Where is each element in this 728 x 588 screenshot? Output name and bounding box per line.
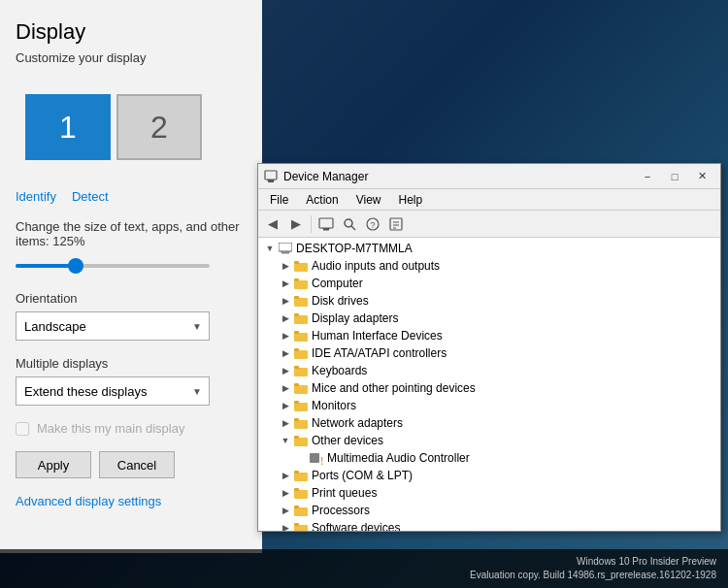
folder-icon: [293, 276, 309, 291]
svg-rect-16: [281, 251, 290, 252]
svg-rect-35: [294, 401, 299, 404]
orientation-select[interactable]: Landscape Portrait Landscape (flipped) P…: [16, 311, 210, 341]
expand-icon: ▶: [278, 293, 293, 309]
maximize-button[interactable]: □: [662, 168, 687, 185]
svg-text:!: !: [320, 456, 323, 465]
toolbar-help[interactable]: ?: [362, 213, 383, 235]
tree-item-label: Network adapters: [312, 416, 403, 430]
svg-rect-32: [294, 385, 308, 394]
folder-icon: [293, 328, 309, 343]
svg-rect-30: [294, 368, 308, 376]
folder-icon: [293, 380, 309, 396]
tree-item-label: Processors: [312, 504, 370, 517]
list-item[interactable]: ▶ Network adapters: [258, 414, 720, 432]
toolbar-properties[interactable]: [385, 213, 407, 235]
settings-subtitle: Customize your display: [16, 50, 247, 65]
list-item[interactable]: ▶ Ports (COM & LPT): [258, 467, 720, 484]
svg-rect-46: [294, 507, 308, 516]
toolbar-sep-1: [311, 215, 312, 233]
tree-root[interactable]: ▼ DESKTOP-M7TMMLA: [258, 240, 720, 257]
expand-icon: ▶: [278, 276, 293, 291]
apply-button[interactable]: Apply: [16, 451, 91, 478]
expand-icon: ▶: [278, 503, 293, 518]
toolbar-computer[interactable]: [315, 213, 337, 235]
list-item[interactable]: ▶ Mice and other pointing devices: [258, 379, 720, 397]
cancel-button[interactable]: Cancel: [99, 451, 175, 478]
list-item[interactable]: ▶ Disk drives: [258, 292, 720, 310]
folder-icon: [293, 293, 309, 309]
list-item[interactable]: ▶ ! Multimedia Audio Controller: [258, 449, 720, 467]
svg-rect-36: [294, 420, 308, 429]
expand-icon: ▶: [278, 258, 293, 274]
expand-icon: ▶: [278, 310, 293, 326]
list-item[interactable]: ▶ Computer: [258, 275, 720, 292]
warning-device-icon: !: [309, 450, 324, 466]
close-button[interactable]: ✕: [689, 168, 714, 185]
folder-icon: [293, 503, 309, 518]
list-item[interactable]: ▼ Other devices: [258, 432, 720, 449]
svg-rect-1: [268, 180, 274, 182]
menu-file[interactable]: File: [262, 191, 296, 209]
list-item[interactable]: ▶ Display adapters: [258, 310, 720, 327]
monitor-2[interactable]: 2: [116, 94, 202, 160]
list-item[interactable]: ▶ Audio inputs and outputs: [258, 257, 720, 275]
svg-rect-47: [294, 506, 299, 508]
svg-rect-20: [294, 280, 308, 289]
list-item[interactable]: ▶ Processors: [258, 502, 720, 519]
svg-rect-2: [267, 180, 275, 180]
expand-icon: ▶: [278, 468, 293, 483]
detect-button[interactable]: Detect: [72, 189, 109, 204]
tree-item-label: Print queues: [312, 486, 377, 500]
device-manager-window: Device Manager − □ ✕ File Action View He…: [257, 163, 721, 532]
tree-item-label: Multimedia Audio Controller: [327, 451, 470, 465]
device-manager-tree[interactable]: ▼ DESKTOP-M7TMMLA ▶ Audio inputs and out…: [258, 238, 720, 531]
svg-rect-25: [294, 313, 299, 316]
orientation-label: Orientation: [16, 291, 247, 306]
action-buttons: Apply Cancel: [16, 451, 247, 478]
multiple-displays-select[interactable]: Extend these displays Duplicate these di…: [16, 376, 210, 406]
list-item[interactable]: ▶ Human Interface Devices: [258, 327, 720, 344]
toolbar-back[interactable]: ◀: [262, 213, 283, 235]
svg-rect-31: [294, 366, 299, 369]
window-controls: − □ ✕: [635, 168, 714, 185]
os-info: Windows 10 Pro Insider Preview: [470, 555, 716, 569]
folder-icon: [293, 398, 309, 413]
svg-point-6: [345, 219, 352, 227]
svg-rect-49: [294, 523, 299, 526]
slider-thumb[interactable]: [68, 258, 83, 274]
tree-item-label: IDE ATA/ATAPI controllers: [312, 346, 447, 360]
computer-toolbar-icon: [318, 217, 334, 231]
toolbar-search[interactable]: [339, 213, 360, 235]
expand-icon: ▶: [278, 380, 293, 396]
text-size-slider[interactable]: [16, 256, 210, 276]
text-size-section: Change the size of text, apps, and other…: [16, 219, 247, 276]
list-item[interactable]: ▶ IDE ATA/ATAPI controllers: [258, 344, 720, 362]
svg-rect-22: [294, 298, 308, 307]
menu-help[interactable]: Help: [391, 191, 431, 209]
identify-detect-row: Identify Detect: [16, 189, 247, 204]
svg-rect-33: [294, 383, 299, 386]
search-toolbar-icon: [343, 217, 356, 231]
tree-item-label: Other devices: [312, 434, 383, 447]
main-display-checkbox[interactable]: [16, 422, 29, 436]
list-item[interactable]: ▶ Monitors: [258, 397, 720, 414]
svg-rect-45: [294, 488, 299, 491]
list-item[interactable]: ▶ Keyboards: [258, 362, 720, 379]
list-item[interactable]: ▶ Software devices: [258, 519, 720, 531]
folder-icon: [293, 433, 309, 448]
identify-button[interactable]: Identify: [16, 189, 56, 204]
toolbar-forward[interactable]: ▶: [285, 213, 307, 235]
main-display-row: Make this my main display: [16, 421, 247, 436]
monitor-1[interactable]: 1: [25, 94, 111, 160]
svg-rect-5: [322, 228, 330, 229]
advanced-display-link[interactable]: Advanced display settings: [16, 494, 161, 508]
menu-view[interactable]: View: [348, 191, 389, 209]
tree-item-label: Audio inputs and outputs: [312, 259, 440, 273]
minimize-button[interactable]: −: [635, 168, 660, 185]
menu-action[interactable]: Action: [298, 191, 346, 209]
svg-rect-28: [294, 350, 308, 359]
multiple-displays-section: Multiple displays Extend these displays …: [16, 356, 247, 406]
device-manager-titlebar: Device Manager − □ ✕: [258, 164, 720, 189]
list-item[interactable]: ▶ Print queues: [258, 484, 720, 502]
root-computer-icon: [278, 241, 293, 256]
